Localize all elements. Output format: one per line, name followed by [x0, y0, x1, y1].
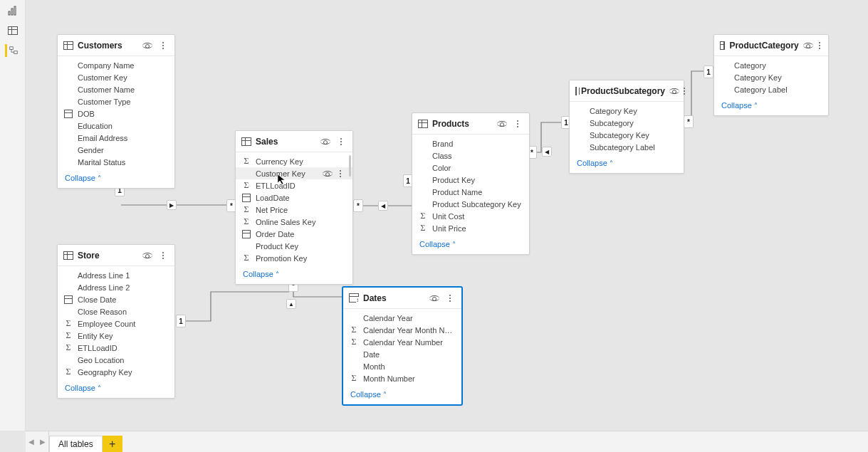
field-row[interactable]: Subcategory: [570, 117, 684, 129]
report-view-icon[interactable]: [6, 4, 19, 17]
field-row[interactable]: Close Date: [58, 293, 174, 305]
field-label: Customer Name: [76, 85, 167, 94]
collapse-link[interactable]: Collapse: [65, 174, 101, 182]
field-row[interactable]: Brand: [412, 137, 529, 149]
collapse-link[interactable]: Collapse: [577, 159, 613, 167]
table-header[interactable]: Customers: [58, 35, 174, 56]
table-dates[interactable]: Dates Calendar YearΣCalendar Year Month …: [343, 287, 462, 405]
more-options-icon[interactable]: [817, 40, 822, 51]
field-row[interactable]: Address Line 1: [58, 269, 174, 281]
field-row[interactable]: ΣGeography Key: [58, 366, 174, 378]
visibility-icon[interactable]: [429, 293, 440, 304]
table-customers[interactable]: Customers Company NameCustomer KeyCustom…: [57, 34, 175, 189]
table-header[interactable]: ProductCategory: [714, 35, 828, 56]
collapse-link[interactable]: Collapse: [65, 384, 101, 392]
more-options-icon[interactable]: [684, 85, 685, 97]
table-store[interactable]: Store Address Line 1Address Line 2Close …: [57, 244, 175, 399]
more-options-icon[interactable]: [157, 250, 169, 261]
field-row[interactable]: Product Name: [412, 186, 529, 198]
visibility-icon[interactable]: [320, 136, 331, 147]
field-row[interactable]: Close Reason: [58, 305, 174, 317]
field-row[interactable]: Category: [714, 59, 828, 71]
field-row[interactable]: Product Key: [412, 174, 529, 186]
field-row[interactable]: ΣUnit Cost: [412, 210, 529, 222]
field-row[interactable]: LoadDate: [236, 191, 352, 204]
field-row[interactable]: Geo Location: [58, 354, 174, 366]
model-view-icon[interactable]: [5, 44, 18, 57]
field-row[interactable]: Email Address: [58, 132, 174, 144]
field-row[interactable]: ΣETLLoadID: [236, 179, 352, 191]
field-row[interactable]: Subcategory Key: [570, 129, 684, 141]
field-label: Category Key: [733, 73, 821, 82]
more-options-icon[interactable]: [335, 169, 345, 179]
field-row[interactable]: ΣCalendar Year Number: [343, 336, 461, 348]
field-row[interactable]: ΣEntity Key: [58, 330, 174, 342]
field-row[interactable]: Marital Status: [58, 156, 174, 168]
visibility-icon[interactable]: [496, 118, 508, 130]
scrollbar[interactable]: [349, 155, 351, 177]
field-row[interactable]: ΣEmployee Count: [58, 317, 174, 330]
collapse-link[interactable]: Collapse: [721, 101, 758, 110]
field-row[interactable]: Customer Name: [58, 83, 174, 95]
field-row[interactable]: Gender: [58, 144, 174, 156]
field-row[interactable]: Customer Type: [58, 95, 174, 107]
visibility-icon[interactable]: [323, 169, 333, 179]
collapse-link[interactable]: Collapse: [419, 240, 456, 248]
table-header[interactable]: Store: [58, 245, 174, 266]
table-header[interactable]: Dates: [343, 288, 461, 309]
prev-tab-button[interactable]: ◀: [26, 431, 37, 453]
visibility-icon[interactable]: [142, 250, 153, 261]
field-row[interactable]: ΣMonth Number: [343, 372, 461, 384]
field-row[interactable]: Address Line 2: [58, 281, 174, 293]
table-products[interactable]: Products BrandClassColorProduct KeyProdu…: [412, 112, 530, 255]
field-row[interactable]: Category Key: [570, 105, 684, 117]
collapse-link[interactable]: Collapse: [350, 390, 387, 399]
field-row[interactable]: Calendar Year: [343, 312, 461, 324]
field-row[interactable]: ΣPromotion Key: [236, 252, 352, 264]
field-row[interactable]: ΣNet Price: [236, 204, 352, 216]
field-row[interactable]: Category Key: [714, 71, 828, 83]
field-row[interactable]: Class: [412, 149, 529, 162]
field-row[interactable]: Product Key: [236, 240, 352, 252]
table-header[interactable]: Sales: [236, 131, 352, 152]
field-row[interactable]: Company Name: [58, 59, 174, 71]
field-label: Email Address: [76, 134, 167, 142]
field-row[interactable]: Education: [58, 120, 174, 132]
field-row[interactable]: Color: [412, 162, 529, 174]
more-options-icon[interactable]: [157, 40, 169, 51]
sigma-icon: Σ: [241, 205, 251, 215]
table-productsubcategory[interactable]: ProductSubcategory Category KeySubcatego…: [569, 80, 684, 174]
visibility-icon[interactable]: [803, 40, 813, 51]
field-label: Product Key: [431, 176, 522, 184]
table-header[interactable]: ProductSubcategory: [570, 80, 684, 102]
field-row[interactable]: Month: [343, 360, 461, 372]
more-options-icon[interactable]: [444, 293, 456, 304]
add-layout-tab-button[interactable]: +: [103, 436, 122, 453]
field-row[interactable]: ΣUnit Price: [412, 222, 529, 234]
table-productcategory[interactable]: ProductCategory CategoryCategory KeyCate…: [713, 34, 829, 116]
field-row[interactable]: ΣETLLoadID: [58, 342, 174, 354]
visibility-icon[interactable]: [669, 85, 679, 97]
field-row[interactable]: Category Label: [714, 83, 828, 95]
field-row[interactable]: Date: [343, 348, 461, 360]
visibility-icon[interactable]: [142, 40, 153, 51]
tab-all-tables[interactable]: All tables: [49, 436, 103, 453]
more-options-icon[interactable]: [335, 136, 347, 147]
field-row[interactable]: DOB: [58, 107, 174, 120]
field-row[interactable]: Product Subcategory Key: [412, 198, 529, 210]
sigma-icon: Σ: [418, 224, 428, 233]
field-row[interactable]: Customer Key: [58, 71, 174, 83]
field-row[interactable]: Subcategory Label: [570, 141, 684, 153]
data-view-icon[interactable]: [6, 24, 19, 37]
table-sales[interactable]: Sales ΣCurrency KeyCustomer KeyΣETLLoadI…: [235, 130, 353, 285]
field-row[interactable]: ΣOnline Sales Key: [236, 216, 352, 228]
field-row[interactable]: ΣCalendar Year Month Number: [343, 324, 461, 336]
field-row[interactable]: Customer Key: [236, 167, 352, 179]
field-row[interactable]: ΣCurrency Key: [236, 155, 352, 167]
model-canvas[interactable]: 1 ▶ * 1 ▲ * * ◀ 1 * ◀ 1 * 1 Customers Co…: [26, 0, 868, 431]
field-row[interactable]: Order Date: [236, 228, 352, 240]
collapse-link[interactable]: Collapse: [243, 270, 279, 278]
more-options-icon[interactable]: [512, 118, 523, 130]
table-header[interactable]: Products: [412, 113, 529, 135]
next-tab-button[interactable]: ▶: [37, 431, 48, 453]
